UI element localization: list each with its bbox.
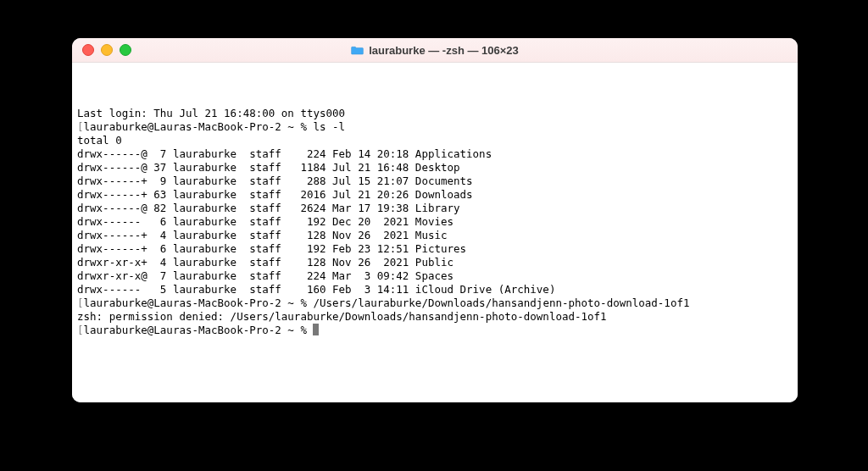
- ls-row: drwx------ 6 lauraburke staff 192 Dec 20…: [77, 215, 793, 229]
- ls-row: drwxr-xr-x@ 7 lauraburke staff 224 Mar 3…: [77, 269, 793, 283]
- terminal-body[interactable]: Last login: Thu Jul 21 16:48:00 on ttys0…: [72, 63, 798, 402]
- ls-row: drwx------+ 9 lauraburke staff 288 Jul 1…: [77, 175, 793, 188]
- cursor: [313, 324, 319, 335]
- window-title-text: lauraburke — -zsh — 106×23: [369, 44, 519, 57]
- ls-row: drwx------@ 7 lauraburke staff 224 Feb 1…: [77, 147, 793, 161]
- prompt-line: [lauraburke@Lauras-MacBook-Pro-2 ~ %: [77, 324, 793, 337]
- prompt-line: [lauraburke@Lauras-MacBook-Pro-2 ~ % /Us…: [77, 296, 793, 310]
- titlebar[interactable]: lauraburke — -zsh — 106×23: [72, 38, 798, 63]
- folder-icon: [351, 45, 364, 55]
- ls-row: drwx------@ 37 lauraburke staff 1184 Jul…: [77, 161, 793, 175]
- minimize-button[interactable]: [101, 44, 113, 56]
- ls-row: drwx------+ 4 lauraburke staff 128 Nov 2…: [77, 229, 793, 242]
- ls-row: drwx------+ 6 lauraburke staff 192 Feb 2…: [77, 242, 793, 256]
- close-button[interactable]: [82, 44, 94, 56]
- total-line: total 0: [77, 134, 793, 147]
- error-line: zsh: permission denied: /Users/lauraburk…: [77, 310, 793, 324]
- prompt-line: [lauraburke@Lauras-MacBook-Pro-2 ~ % ls …: [77, 120, 793, 134]
- zoom-button[interactable]: [120, 44, 131, 56]
- ls-row: drwx------@ 82 lauraburke staff 2624 Mar…: [77, 202, 793, 215]
- window-title: lauraburke — -zsh — 106×23: [72, 44, 798, 57]
- ls-row: drwx------ 5 lauraburke staff 160 Feb 3 …: [77, 283, 793, 296]
- ls-row: drwxr-xr-x+ 4 lauraburke staff 128 Nov 2…: [77, 256, 793, 269]
- traffic-lights: [82, 44, 131, 56]
- last-login-line: Last login: Thu Jul 21 16:48:00 on ttys0…: [77, 107, 793, 120]
- terminal-window: lauraburke — -zsh — 106×23 Last login: T…: [72, 38, 798, 402]
- ls-row: drwx------+ 63 lauraburke staff 2016 Jul…: [77, 188, 793, 202]
